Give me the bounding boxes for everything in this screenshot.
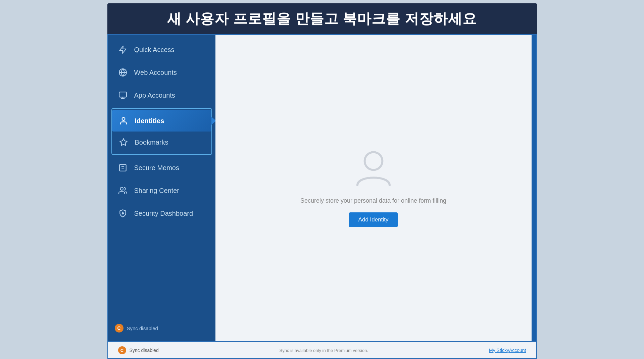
sidebar-item-sharing-center[interactable]: Sharing Center xyxy=(108,179,215,202)
svg-point-14 xyxy=(364,152,382,170)
sidebar-item-identities[interactable]: Identities xyxy=(112,110,211,132)
identities-icon xyxy=(118,115,129,126)
sidebar-item-label-quick-access: Quick Access xyxy=(134,46,175,54)
sidebar-item-label-sharing-center: Sharing Center xyxy=(134,187,180,195)
sidebar-item-label-security-dashboard: Security Dashboard xyxy=(134,210,193,217)
app-accounts-icon xyxy=(117,90,128,101)
add-identity-button[interactable]: Add Identity xyxy=(349,212,398,227)
svg-point-6 xyxy=(122,117,125,120)
person-icon xyxy=(353,149,394,189)
sidebar-footer: C Sync disabled xyxy=(108,318,215,338)
main-container: Quick Access Web Accounts xyxy=(107,34,537,342)
sync-disabled-label: Sync disabled xyxy=(127,325,158,331)
svg-rect-3 xyxy=(119,92,127,97)
footer-sync-icon: C xyxy=(118,346,126,354)
quick-access-icon xyxy=(117,44,128,55)
security-dashboard-icon xyxy=(117,208,128,219)
footer-sync-note: Sync is available only in the Premium ve… xyxy=(159,348,489,353)
sidebar-item-label-app-accounts: App Accounts xyxy=(134,92,175,99)
sidebar-item-label-bookmarks: Bookmarks xyxy=(135,139,168,146)
sidebar-item-quick-access[interactable]: Quick Access xyxy=(108,38,215,61)
top-banner: 새 사용자 프로필을 만들고 북마크를 저장하세요 xyxy=(107,3,537,34)
sidebar-item-secure-memos[interactable]: Secure Memos xyxy=(108,156,215,179)
empty-state-text: Securely store your personal data for on… xyxy=(300,197,446,204)
sidebar-item-bookmarks[interactable]: Bookmarks xyxy=(112,132,211,153)
content-area: Securely store your personal data for on… xyxy=(215,35,532,341)
sidebar-item-web-accounts[interactable]: Web Accounts xyxy=(108,61,215,84)
sidebar-item-label-identities: Identities xyxy=(135,117,164,125)
bookmarks-icon xyxy=(118,137,129,148)
svg-marker-7 xyxy=(120,139,127,146)
footer-account-link[interactable]: My StickyAccount xyxy=(489,348,526,353)
web-accounts-icon xyxy=(117,67,128,78)
banner-text: 새 사용자 프로필을 만들고 북마크를 저장하세요 xyxy=(167,9,477,28)
footer-sync-text: Sync disabled xyxy=(130,348,159,353)
sync-icon: C xyxy=(115,324,123,332)
footer-bar: C Sync disabled Sync is available only i… xyxy=(107,342,537,359)
empty-state: Securely store your personal data for on… xyxy=(300,149,446,227)
sidebar: Quick Access Web Accounts xyxy=(108,35,215,341)
sidebar-group-identities-bookmarks: Identities Bookmarks xyxy=(111,108,212,155)
sidebar-item-app-accounts[interactable]: App Accounts xyxy=(108,84,215,107)
sidebar-item-label-secure-memos: Secure Memos xyxy=(134,164,180,172)
footer-sync-section: C Sync disabled xyxy=(118,346,159,354)
sidebar-item-label-web-accounts: Web Accounts xyxy=(134,69,177,76)
right-accent-bar xyxy=(532,35,536,341)
secure-memos-icon xyxy=(117,162,128,173)
svg-point-11 xyxy=(120,187,123,190)
svg-marker-0 xyxy=(119,46,126,53)
sharing-center-icon xyxy=(117,185,128,196)
sidebar-item-security-dashboard[interactable]: Security Dashboard xyxy=(108,202,215,225)
